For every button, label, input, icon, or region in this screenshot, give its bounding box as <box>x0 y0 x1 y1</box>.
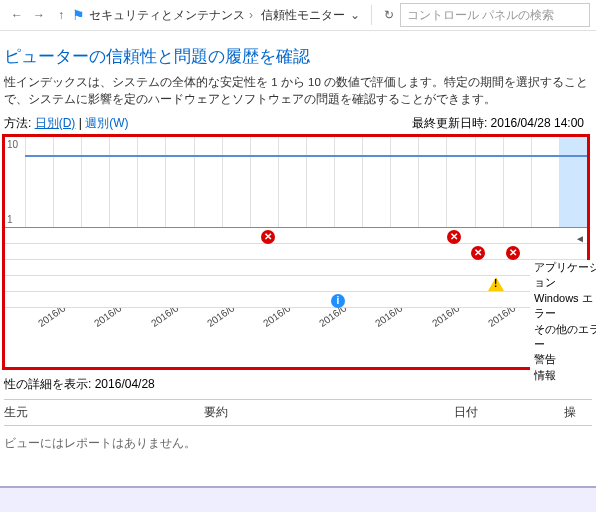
flag-icon: ⚑ <box>72 7 85 23</box>
error-icon[interactable]: ✕ <box>471 246 485 260</box>
chevron-down-icon[interactable]: ⌄ <box>345 8 365 22</box>
report-table-header: 生元 要約 日付 操 <box>4 399 592 426</box>
chart-legend: アプリケーション Windows エラー その他のエラー 警告 情報 <box>530 260 596 383</box>
col-source: 生元 <box>4 404 204 421</box>
legend-app: アプリケーション <box>534 260 596 291</box>
view-label: 方法: <box>4 115 31 132</box>
warning-icon[interactable] <box>488 277 504 291</box>
up-button[interactable]: ↑ <box>50 4 72 26</box>
page-description: 性インデックスは、システムの全体的な安定性を 1 から 10 の数値で評価します… <box>0 74 596 113</box>
info-icon[interactable]: i <box>331 294 345 308</box>
back-button[interactable]: ← <box>6 4 28 26</box>
y-tick-1: 1 <box>7 214 13 225</box>
breadcrumb-reliability[interactable]: 信頼性モニター <box>261 7 345 24</box>
chevron-right-icon: › <box>249 8 253 22</box>
footer-bar <box>0 486 596 512</box>
search-input[interactable]: コントロール パネルの検索 <box>400 3 590 27</box>
col-action: 操 <box>564 404 576 421</box>
date-axis: 2016/04/09 2016/04/11 2016/04/13 2016/04… <box>25 308 587 358</box>
error-icon[interactable]: ✕ <box>506 246 520 260</box>
reliability-line <box>25 155 587 157</box>
refresh-button[interactable]: ↻ <box>378 4 400 26</box>
detail-label: 性の詳細を表示: <box>4 377 91 391</box>
error-icon[interactable]: ✕ <box>261 230 275 244</box>
legend-info: 情報 <box>534 368 596 383</box>
view-weekly-link[interactable]: 週別(W) <box>85 115 128 132</box>
legend-other: その他のエラー <box>534 322 596 353</box>
col-summary: 要約 <box>204 404 454 421</box>
selected-day[interactable] <box>559 137 587 227</box>
breadcrumb-security[interactable]: セキュリティとメンテナンス <box>89 7 245 24</box>
page-title: ピューターの信頼性と問題の履歴を確認 <box>0 45 596 68</box>
legend-win: Windows エラー <box>534 291 596 322</box>
col-date: 日付 <box>454 404 564 421</box>
detail-date: 2016/04/28 <box>95 377 155 391</box>
reliability-chart[interactable]: 10 1 ✕ ✕ ✕ ✕ i 2016/04/09 2016/04/11 201… <box>2 134 590 370</box>
forward-button[interactable]: → <box>28 4 50 26</box>
y-tick-10: 10 <box>7 139 18 150</box>
divider <box>371 5 372 25</box>
last-update: 最終更新日時: 2016/04/28 14:00 <box>412 115 584 132</box>
empty-message: ビューにはレポートはありません。 <box>4 436 592 451</box>
legend-warn: 警告 <box>534 352 596 367</box>
view-daily-link[interactable]: 日別(D) <box>35 115 76 132</box>
error-icon[interactable]: ✕ <box>447 230 461 244</box>
